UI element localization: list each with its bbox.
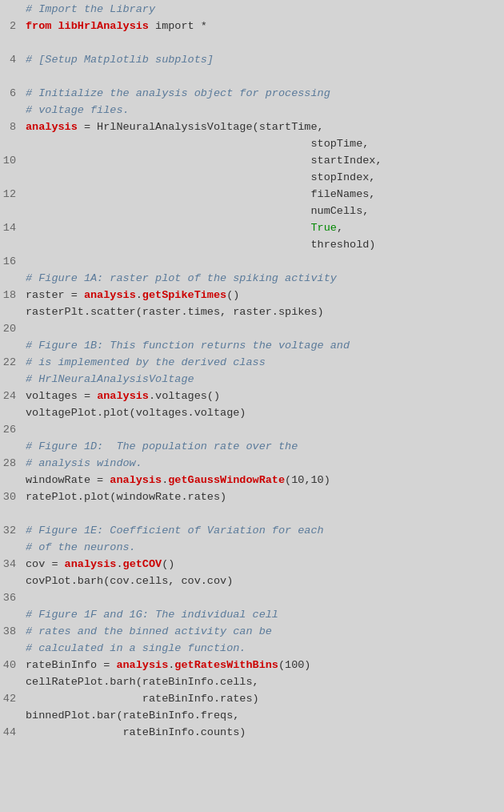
code-line: # Figure 1D: The population rate over th…	[0, 439, 504, 456]
code-line: windowRate = analysis.getGaussWindowRate…	[0, 472, 504, 489]
line-content: # [Setup Matplotlib subplots]	[22, 52, 504, 69]
code-line: cellRatePlot.barh(rateBinInfo.cells,	[0, 674, 504, 691]
line-number: 36	[0, 590, 22, 607]
line-content: ratePlot.plot(windowRate.rates)	[22, 489, 504, 506]
line-content: covPlot.barh(cov.cells, cov.cov)	[22, 573, 504, 590]
code-line: # Import the Library	[0, 2, 504, 18]
line-content: threshold)	[22, 237, 504, 254]
code-line: threshold)	[0, 237, 504, 254]
line-number: 34	[0, 557, 22, 573]
line-number: 32	[0, 523, 22, 540]
code-line: 44 rateBinInfo.counts)	[0, 725, 504, 742]
code-line: # of the neurons.	[0, 540, 504, 557]
code-line: 16	[0, 254, 504, 271]
code-line: 2from libHrlAnalysis import *	[0, 18, 504, 35]
line-content: stopIndex,	[22, 170, 504, 187]
code-line: covPlot.barh(cov.cells, cov.cov)	[0, 573, 504, 590]
line-number: 26	[0, 422, 22, 439]
code-line: binnedPlot.bar(rateBinInfo.freqs,	[0, 708, 504, 725]
code-line: 18raster = analysis.getSpikeTimes()	[0, 287, 504, 304]
line-number: 30	[0, 489, 22, 506]
line-content: rateBinInfo.rates)	[22, 691, 504, 708]
line-content: stopTime,	[22, 136, 504, 153]
line-number: 14	[0, 220, 22, 237]
code-line: numCells,	[0, 203, 504, 220]
line-number: 4	[0, 52, 22, 69]
code-line: 8analysis = HrlNeuralAnalysisVoltage(sta…	[0, 119, 504, 136]
line-number: 44	[0, 725, 22, 742]
line-content: # Figure 1E: Coefficient of Variation fo…	[22, 523, 504, 540]
code-line: stopTime,	[0, 136, 504, 153]
code-line: stopIndex,	[0, 170, 504, 187]
line-number: 10	[0, 153, 22, 170]
line-content: # Figure 1D: The population rate over th…	[22, 439, 504, 456]
code-line	[0, 35, 504, 52]
code-line: 22# is implemented by the derived class	[0, 355, 504, 372]
line-content: numCells,	[22, 203, 504, 220]
line-content: # calculated in a single function.	[22, 641, 504, 657]
code-line: 6# Initialize the analysis object for pr…	[0, 86, 504, 103]
code-line: 36	[0, 590, 504, 607]
code-line: rasterPlt.scatter(raster.times, raster.s…	[0, 304, 504, 321]
line-number: 2	[0, 18, 22, 35]
line-number: 20	[0, 321, 22, 338]
code-line	[0, 506, 504, 523]
line-content: cov = analysis.getCOV()	[22, 557, 504, 573]
line-content: from libHrlAnalysis import *	[22, 18, 504, 35]
line-content: rateBinInfo = analysis.getRatesWithBins(…	[22, 657, 504, 674]
line-content: True,	[22, 220, 504, 237]
code-line: # HrlNeuralAnalysisVoltage	[0, 372, 504, 388]
line-content: # Initialize the analysis object for pro…	[22, 86, 504, 103]
code-line: 32# Figure 1E: Coefficient of Variation …	[0, 523, 504, 540]
code-line: # voltage files.	[0, 103, 504, 119]
code-line: 14 True,	[0, 220, 504, 237]
code-line: 12 fileNames,	[0, 187, 504, 203]
code-line	[0, 69, 504, 86]
line-content: cellRatePlot.barh(rateBinInfo.cells,	[22, 674, 504, 691]
line-content: binnedPlot.bar(rateBinInfo.freqs,	[22, 708, 504, 725]
line-number: 12	[0, 187, 22, 203]
line-number: 28	[0, 456, 22, 472]
line-number: 16	[0, 254, 22, 271]
line-number: 18	[0, 287, 22, 304]
line-content: windowRate = analysis.getGaussWindowRate…	[22, 472, 504, 489]
line-content: # analysis window.	[22, 456, 504, 472]
line-content: # HrlNeuralAnalysisVoltage	[22, 372, 504, 388]
line-content: fileNames,	[22, 187, 504, 203]
line-content: startIndex,	[22, 153, 504, 170]
line-content: analysis = HrlNeuralAnalysisVoltage(star…	[22, 119, 504, 136]
line-content: # Figure 1B: This function returns the v…	[22, 338, 504, 355]
code-line: 28# analysis window.	[0, 456, 504, 472]
line-content: # Figure 1F and 1G: The individual cell	[22, 607, 504, 624]
line-number: 42	[0, 691, 22, 708]
code-line: # Figure 1A: raster plot of the spiking …	[0, 271, 504, 287]
line-content: raster = analysis.getSpikeTimes()	[22, 287, 504, 304]
code-line: # calculated in a single function.	[0, 641, 504, 657]
line-number: 22	[0, 355, 22, 372]
code-line: 10 startIndex,	[0, 153, 504, 170]
code-line: 40rateBinInfo = analysis.getRatesWithBin…	[0, 657, 504, 674]
line-content: rateBinInfo.counts)	[22, 725, 504, 742]
line-number: 40	[0, 657, 22, 674]
line-content: # Figure 1A: raster plot of the spiking …	[22, 271, 504, 287]
code-line: # Figure 1F and 1G: The individual cell	[0, 607, 504, 624]
line-content: # of the neurons.	[22, 540, 504, 557]
line-number: 38	[0, 624, 22, 641]
line-content: # rates and the binned activity can be	[22, 624, 504, 641]
line-number: 8	[0, 119, 22, 136]
code-line: # Figure 1B: This function returns the v…	[0, 338, 504, 355]
code-line: 34cov = analysis.getCOV()	[0, 557, 504, 573]
code-line: 24voltages = analysis.voltages()	[0, 388, 504, 405]
code-line: 4# [Setup Matplotlib subplots]	[0, 52, 504, 69]
line-content: voltagePlot.plot(voltages.voltage)	[22, 405, 504, 422]
code-editor: # Import the Library2from libHrlAnalysis…	[0, 0, 504, 812]
code-line: 30ratePlot.plot(windowRate.rates)	[0, 489, 504, 506]
code-line: 42 rateBinInfo.rates)	[0, 691, 504, 708]
line-content: rasterPlt.scatter(raster.times, raster.s…	[22, 304, 504, 321]
line-number: 6	[0, 86, 22, 103]
code-line: 20	[0, 321, 504, 338]
line-content: # is implemented by the derived class	[22, 355, 504, 372]
code-line: 26	[0, 422, 504, 439]
code-line: 38# rates and the binned activity can be	[0, 624, 504, 641]
code-line: voltagePlot.plot(voltages.voltage)	[0, 405, 504, 422]
